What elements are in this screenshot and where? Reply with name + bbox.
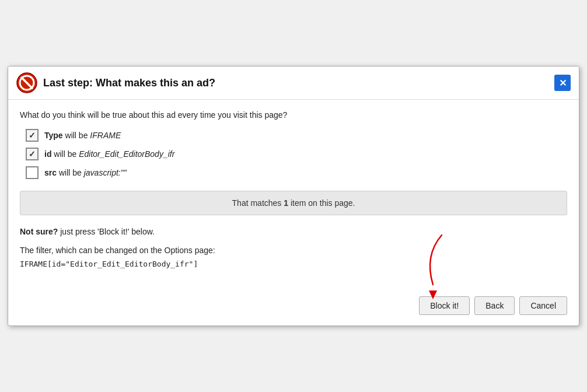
checkbox-src[interactable] [26,166,39,179]
filter-value: IFRAME[id="Editor_Edit_EditorBody_ifr"] [20,260,567,268]
dialog-title: Last step: What makes this an ad? [43,77,554,89]
filter-label: The filter, which can be changed on the … [20,246,567,255]
match-bar: That matches 1 item on this page. [20,191,567,215]
checkbox-list: ✓ Type will be IFRAME ✓ id will be Edito… [26,129,567,179]
dialog-body: What do you think will be true about thi… [8,100,579,290]
checkbox-src-label: src will be javascript:"" [44,168,127,177]
ad-block-dialog: Last step: What makes this an ad? ✕ What… [8,66,579,326]
checkbox-item-id: ✓ id will be Editor_Edit_EditorBody_ifr [26,148,567,160]
not-sure-text: Not sure? just press 'Block it!' below. [20,227,567,236]
checkbox-id-label: id will be Editor_Edit_EditorBody_ifr [44,149,174,159]
match-text-pre: That matches [232,198,284,208]
not-sure-strong: Not sure? [20,227,58,236]
checkbox-id[interactable]: ✓ [26,148,39,160]
action-buttons: Block it! Back Cancel [419,296,567,315]
match-text-post: item on this page. [288,198,355,208]
not-sure-rest: just press 'Block it!' below. [60,227,155,236]
block-icon [16,72,37,93]
checkbox-item-type: ✓ Type will be IFRAME [26,129,567,142]
cancel-button[interactable]: Cancel [519,296,567,315]
close-button[interactable]: ✕ [554,75,571,91]
dialog-header: Last step: What makes this an ad? ✕ [8,66,579,100]
block-it-button[interactable]: Block it! [419,296,470,315]
back-button[interactable]: Back [474,296,515,315]
checkbox-item-src: src will be javascript:"" [26,166,567,179]
checkbox-type-label: Type will be IFRAME [44,131,121,140]
match-count: 1 [284,198,288,208]
checkbox-type[interactable]: ✓ [26,129,39,142]
question-text: What do you think will be true about thi… [20,110,567,120]
dialog-footer: Block it! Back Cancel [8,290,579,326]
